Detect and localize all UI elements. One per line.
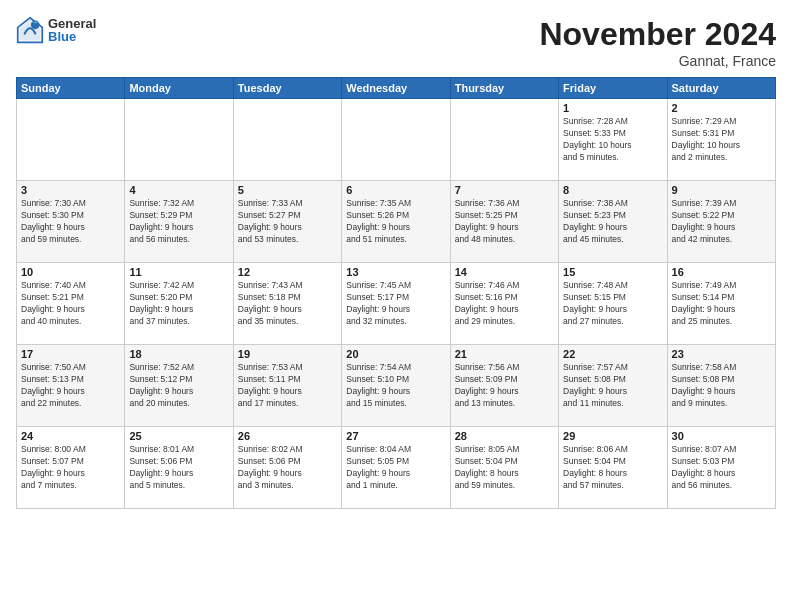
logo-blue: Blue [48, 30, 96, 43]
day-info: Sunrise: 7:29 AM Sunset: 5:31 PM Dayligh… [672, 116, 771, 164]
day-cell: 1Sunrise: 7:28 AM Sunset: 5:33 PM Daylig… [559, 99, 667, 181]
day-number: 20 [346, 348, 445, 360]
day-number: 9 [672, 184, 771, 196]
day-number: 6 [346, 184, 445, 196]
day-cell: 13Sunrise: 7:45 AM Sunset: 5:17 PM Dayli… [342, 263, 450, 345]
day-cell: 12Sunrise: 7:43 AM Sunset: 5:18 PM Dayli… [233, 263, 341, 345]
day-info: Sunrise: 7:50 AM Sunset: 5:13 PM Dayligh… [21, 362, 120, 410]
day-info: Sunrise: 7:52 AM Sunset: 5:12 PM Dayligh… [129, 362, 228, 410]
day-info: Sunrise: 7:43 AM Sunset: 5:18 PM Dayligh… [238, 280, 337, 328]
header-tuesday: Tuesday [233, 78, 341, 99]
day-cell: 11Sunrise: 7:42 AM Sunset: 5:20 PM Dayli… [125, 263, 233, 345]
day-cell: 5Sunrise: 7:33 AM Sunset: 5:27 PM Daylig… [233, 181, 341, 263]
week-row-0: 1Sunrise: 7:28 AM Sunset: 5:33 PM Daylig… [17, 99, 776, 181]
day-cell [450, 99, 558, 181]
day-cell [233, 99, 341, 181]
day-number: 13 [346, 266, 445, 278]
day-cell: 27Sunrise: 8:04 AM Sunset: 5:05 PM Dayli… [342, 427, 450, 509]
day-info: Sunrise: 7:40 AM Sunset: 5:21 PM Dayligh… [21, 280, 120, 328]
day-info: Sunrise: 7:33 AM Sunset: 5:27 PM Dayligh… [238, 198, 337, 246]
day-info: Sunrise: 7:39 AM Sunset: 5:22 PM Dayligh… [672, 198, 771, 246]
logo-icon [16, 16, 44, 44]
day-info: Sunrise: 7:28 AM Sunset: 5:33 PM Dayligh… [563, 116, 662, 164]
day-cell: 10Sunrise: 7:40 AM Sunset: 5:21 PM Dayli… [17, 263, 125, 345]
day-cell: 23Sunrise: 7:58 AM Sunset: 5:08 PM Dayli… [667, 345, 775, 427]
day-number: 1 [563, 102, 662, 114]
header-saturday: Saturday [667, 78, 775, 99]
day-cell: 20Sunrise: 7:54 AM Sunset: 5:10 PM Dayli… [342, 345, 450, 427]
day-cell: 2Sunrise: 7:29 AM Sunset: 5:31 PM Daylig… [667, 99, 775, 181]
day-cell [125, 99, 233, 181]
day-number: 17 [21, 348, 120, 360]
day-number: 18 [129, 348, 228, 360]
day-cell: 8Sunrise: 7:38 AM Sunset: 5:23 PM Daylig… [559, 181, 667, 263]
calendar: Sunday Monday Tuesday Wednesday Thursday… [16, 77, 776, 509]
day-info: Sunrise: 8:04 AM Sunset: 5:05 PM Dayligh… [346, 444, 445, 492]
day-number: 3 [21, 184, 120, 196]
header-wednesday: Wednesday [342, 78, 450, 99]
day-info: Sunrise: 7:46 AM Sunset: 5:16 PM Dayligh… [455, 280, 554, 328]
day-cell: 7Sunrise: 7:36 AM Sunset: 5:25 PM Daylig… [450, 181, 558, 263]
day-cell: 17Sunrise: 7:50 AM Sunset: 5:13 PM Dayli… [17, 345, 125, 427]
day-cell: 25Sunrise: 8:01 AM Sunset: 5:06 PM Dayli… [125, 427, 233, 509]
calendar-body: 1Sunrise: 7:28 AM Sunset: 5:33 PM Daylig… [17, 99, 776, 509]
calendar-header: Sunday Monday Tuesday Wednesday Thursday… [17, 78, 776, 99]
week-row-1: 3Sunrise: 7:30 AM Sunset: 5:30 PM Daylig… [17, 181, 776, 263]
day-number: 10 [21, 266, 120, 278]
day-info: Sunrise: 7:36 AM Sunset: 5:25 PM Dayligh… [455, 198, 554, 246]
day-info: Sunrise: 8:07 AM Sunset: 5:03 PM Dayligh… [672, 444, 771, 492]
day-info: Sunrise: 7:53 AM Sunset: 5:11 PM Dayligh… [238, 362, 337, 410]
header-friday: Friday [559, 78, 667, 99]
week-row-3: 17Sunrise: 7:50 AM Sunset: 5:13 PM Dayli… [17, 345, 776, 427]
header: General Blue November 2024 Gannat, Franc… [16, 16, 776, 69]
day-info: Sunrise: 8:05 AM Sunset: 5:04 PM Dayligh… [455, 444, 554, 492]
day-info: Sunrise: 7:38 AM Sunset: 5:23 PM Dayligh… [563, 198, 662, 246]
day-cell: 15Sunrise: 7:48 AM Sunset: 5:15 PM Dayli… [559, 263, 667, 345]
day-cell: 6Sunrise: 7:35 AM Sunset: 5:26 PM Daylig… [342, 181, 450, 263]
day-number: 2 [672, 102, 771, 114]
day-number: 7 [455, 184, 554, 196]
logo-text: General Blue [48, 17, 96, 43]
day-number: 29 [563, 430, 662, 442]
day-number: 28 [455, 430, 554, 442]
day-number: 22 [563, 348, 662, 360]
day-info: Sunrise: 8:06 AM Sunset: 5:04 PM Dayligh… [563, 444, 662, 492]
day-number: 25 [129, 430, 228, 442]
day-info: Sunrise: 7:42 AM Sunset: 5:20 PM Dayligh… [129, 280, 228, 328]
day-number: 26 [238, 430, 337, 442]
day-number: 23 [672, 348, 771, 360]
day-cell: 29Sunrise: 8:06 AM Sunset: 5:04 PM Dayli… [559, 427, 667, 509]
day-cell: 21Sunrise: 7:56 AM Sunset: 5:09 PM Dayli… [450, 345, 558, 427]
day-number: 5 [238, 184, 337, 196]
day-info: Sunrise: 8:02 AM Sunset: 5:06 PM Dayligh… [238, 444, 337, 492]
day-info: Sunrise: 8:01 AM Sunset: 5:06 PM Dayligh… [129, 444, 228, 492]
day-cell: 26Sunrise: 8:02 AM Sunset: 5:06 PM Dayli… [233, 427, 341, 509]
day-number: 30 [672, 430, 771, 442]
day-info: Sunrise: 7:32 AM Sunset: 5:29 PM Dayligh… [129, 198, 228, 246]
header-sunday: Sunday [17, 78, 125, 99]
day-cell: 22Sunrise: 7:57 AM Sunset: 5:08 PM Dayli… [559, 345, 667, 427]
day-cell: 19Sunrise: 7:53 AM Sunset: 5:11 PM Dayli… [233, 345, 341, 427]
week-row-2: 10Sunrise: 7:40 AM Sunset: 5:21 PM Dayli… [17, 263, 776, 345]
title-block: November 2024 Gannat, France [539, 16, 776, 69]
day-number: 8 [563, 184, 662, 196]
svg-point-3 [31, 20, 40, 29]
day-cell: 16Sunrise: 7:49 AM Sunset: 5:14 PM Dayli… [667, 263, 775, 345]
day-info: Sunrise: 7:56 AM Sunset: 5:09 PM Dayligh… [455, 362, 554, 410]
day-number: 19 [238, 348, 337, 360]
day-info: Sunrise: 8:00 AM Sunset: 5:07 PM Dayligh… [21, 444, 120, 492]
day-number: 27 [346, 430, 445, 442]
day-cell: 4Sunrise: 7:32 AM Sunset: 5:29 PM Daylig… [125, 181, 233, 263]
header-thursday: Thursday [450, 78, 558, 99]
day-cell: 28Sunrise: 8:05 AM Sunset: 5:04 PM Dayli… [450, 427, 558, 509]
day-number: 12 [238, 266, 337, 278]
logo: General Blue [16, 16, 96, 44]
day-info: Sunrise: 7:49 AM Sunset: 5:14 PM Dayligh… [672, 280, 771, 328]
week-row-4: 24Sunrise: 8:00 AM Sunset: 5:07 PM Dayli… [17, 427, 776, 509]
header-monday: Monday [125, 78, 233, 99]
day-number: 15 [563, 266, 662, 278]
day-cell: 30Sunrise: 8:07 AM Sunset: 5:03 PM Dayli… [667, 427, 775, 509]
title-location: Gannat, France [539, 53, 776, 69]
day-number: 16 [672, 266, 771, 278]
day-number: 14 [455, 266, 554, 278]
